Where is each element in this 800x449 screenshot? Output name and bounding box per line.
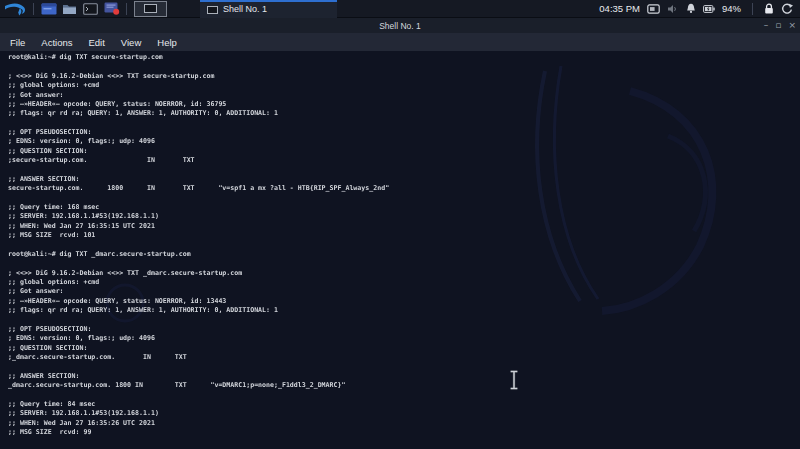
window-titlebar[interactable]: Shell No. 1 – ▫ ×: [0, 18, 800, 33]
lock-icon[interactable]: [764, 3, 774, 15]
window-title: Shell No. 1: [379, 21, 421, 31]
battery-percent: 94%: [722, 3, 741, 14]
battery-icon[interactable]: [703, 4, 715, 14]
terminal-task-icon: [207, 6, 218, 14]
kali-menu-icon[interactable]: [3, 1, 29, 17]
text-cursor-pointer: [509, 370, 519, 390]
editor-launcher-icon[interactable]: [101, 1, 122, 17]
terminal-window: Shell No. 1 – ▫ × File Actions Edit View…: [0, 18, 800, 449]
menu-help[interactable]: Help: [157, 37, 177, 48]
top-panel: Shell No. 1 04:35 PM: [0, 0, 800, 18]
menu-bar: File Actions Edit View Help: [0, 33, 800, 51]
panel-separator: [126, 3, 127, 15]
minimize-button[interactable]: –: [764, 21, 769, 30]
taskbar-item-shell[interactable]: Shell No. 1: [200, 0, 337, 18]
menu-file[interactable]: File: [10, 37, 25, 48]
menu-view[interactable]: View: [121, 37, 141, 48]
terminal-output: root@kali:~# dig TXT secure-startup.com …: [8, 53, 389, 437]
display-icon[interactable]: [647, 4, 660, 14]
terminal-viewport[interactable]: root@kali:~# dig TXT secure-startup.com …: [0, 51, 800, 449]
close-button[interactable]: ×: [788, 21, 796, 30]
terminal-launcher-icon[interactable]: [80, 1, 101, 17]
menu-edit[interactable]: Edit: [88, 37, 104, 48]
panel-separator: [752, 3, 753, 15]
window-controls: – ▫ ×: [764, 18, 796, 33]
desktop: Shell No. 1 04:35 PM: [0, 0, 800, 449]
menu-actions[interactable]: Actions: [41, 37, 72, 48]
system-tray: 04:35 PM: [599, 3, 800, 15]
clock[interactable]: 04:35 PM: [599, 3, 640, 14]
maximize-button[interactable]: ▫: [775, 21, 781, 30]
active-window-button[interactable]: [134, 1, 167, 17]
logout-power-icon[interactable]: [781, 3, 793, 15]
taskbar-item-label: Shell No. 1: [223, 5, 267, 14]
panel-separator: [33, 3, 34, 15]
volume-muted-icon[interactable]: [667, 4, 679, 14]
file-manager-launcher-icon[interactable]: [59, 1, 80, 17]
terminal-window-icon: [144, 4, 157, 13]
browser-launcher-icon[interactable]: [38, 1, 59, 17]
notifications-bell-icon[interactable]: [686, 3, 696, 14]
